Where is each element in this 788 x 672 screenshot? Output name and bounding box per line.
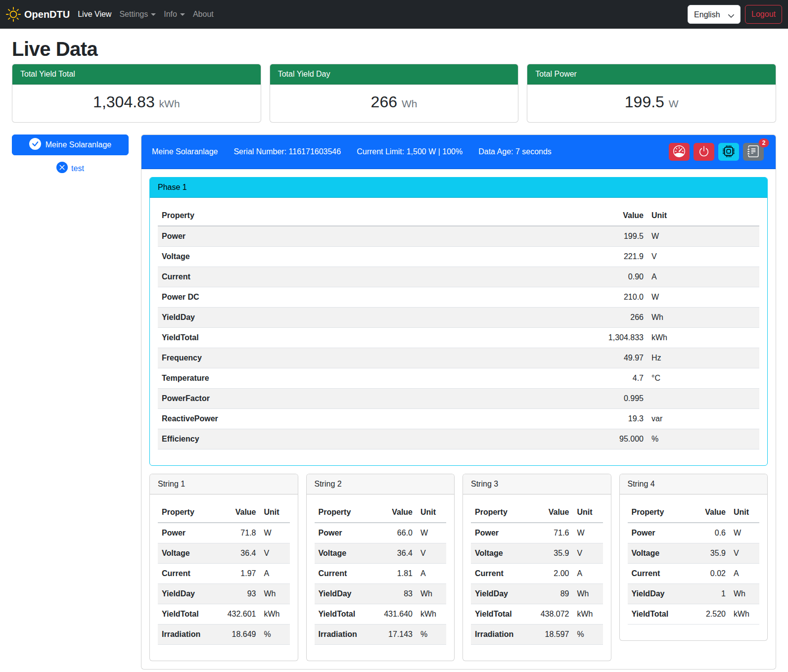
- string-card-header: String 2: [307, 474, 455, 494]
- inverter-select-button-test[interactable]: test: [56, 162, 84, 175]
- cell-property: Irradiation: [158, 625, 218, 645]
- inverter-card-header: Meine Solaranlage Serial Number: 1161716…: [141, 135, 776, 169]
- cell-unit: V: [417, 543, 446, 564]
- cell-unit: kWh: [260, 604, 290, 625]
- total-value: 266: [371, 93, 397, 111]
- column-header-unit: Unit: [648, 206, 759, 226]
- cell-unit: W: [417, 523, 446, 543]
- cell-unit: V: [573, 543, 603, 564]
- nav-item-info[interactable]: Info: [160, 4, 189, 24]
- phase-card-body: Property Value Unit Power199.5WVoltage22…: [150, 198, 767, 465]
- string-4-card: String 4 Property Value Unit: [619, 474, 768, 641]
- column-header-value: Value: [374, 502, 417, 523]
- cpu-icon: [723, 145, 735, 159]
- cell-value: 95.000: [588, 429, 648, 449]
- power-icon: [698, 145, 710, 159]
- cell-property: Efficiency: [158, 429, 588, 449]
- cell-value: 18.649: [218, 625, 260, 645]
- cell-value: 431.640: [374, 604, 417, 625]
- table-row: Irradiation18.649%: [158, 625, 290, 645]
- string-2-table: Property Value Unit Power66.0WVoltage36.…: [315, 502, 447, 645]
- nav-item-about[interactable]: About: [189, 4, 218, 24]
- cell-property: YieldDay: [158, 308, 588, 328]
- logout-button[interactable]: Logout: [745, 5, 782, 24]
- cell-unit: Wh: [260, 584, 290, 604]
- cell-unit: W: [648, 226, 759, 247]
- cell-unit: A: [573, 564, 603, 584]
- cell-unit: W: [730, 523, 759, 543]
- total-unit: Wh: [402, 98, 417, 109]
- nav-item-settings[interactable]: Settings: [115, 4, 160, 24]
- total-value: 199.5: [625, 93, 664, 111]
- table-header-row: Property Value Unit: [158, 206, 759, 226]
- page-title: Live Data: [12, 37, 776, 61]
- cell-unit: kWh: [648, 328, 759, 348]
- cell-value: 0.90: [588, 267, 648, 287]
- main-nav: Live View Settings Info About: [74, 4, 218, 24]
- cell-property: YieldDay: [158, 584, 218, 604]
- table-header-row: Property Value Unit: [471, 502, 603, 523]
- string-1-table: Property Value Unit Power71.8WVoltage36.…: [158, 502, 290, 645]
- cell-unit: [648, 389, 759, 409]
- cell-unit: %: [573, 625, 603, 645]
- cell-unit: V: [730, 543, 759, 564]
- cell-unit: W: [648, 287, 759, 308]
- cell-value: 1.97: [218, 564, 260, 584]
- cell-unit: A: [260, 564, 290, 584]
- language-select[interactable]: English: [688, 5, 741, 24]
- cell-value: 66.0: [374, 523, 417, 543]
- inverter-data-age: Data Age: 7 seconds: [478, 146, 552, 158]
- cell-property: Voltage: [471, 543, 531, 564]
- table-row: Current1.97A: [158, 564, 290, 584]
- cell-property: Voltage: [628, 543, 688, 564]
- string-card-header: String 4: [620, 474, 768, 494]
- cell-property: Power: [471, 523, 531, 543]
- string-card-body: Property Value Unit Power66.0WVoltage36.…: [307, 494, 455, 661]
- string-1-card: String 1 Property Value Unit: [149, 474, 298, 661]
- event-count-badge: 2: [759, 138, 769, 147]
- table-row: YieldTotal2.520kWh: [628, 604, 760, 625]
- phase-card: Phase 1 Property Value Unit: [149, 177, 768, 466]
- event-log-button[interactable]: 2: [743, 143, 764, 161]
- inverter-select-button-selected[interactable]: Meine Solaranlage: [12, 134, 129, 155]
- table-row: YieldDay93Wh: [158, 584, 290, 604]
- cell-property: Frequency: [158, 348, 588, 368]
- device-info-button[interactable]: [718, 143, 739, 161]
- cell-value: 93: [218, 584, 260, 604]
- totals-row: Total Yield Total 1,304.83 kWh Total Yie…: [12, 64, 776, 123]
- cell-property: YieldTotal: [471, 604, 531, 625]
- cell-property: Irradiation: [471, 625, 531, 645]
- total-yield-day-card: Total Yield Day 266 Wh: [270, 64, 519, 123]
- table-row: YieldDay1Wh: [628, 584, 760, 604]
- cell-value: 17.143: [374, 625, 417, 645]
- string-3-table: Property Value Unit Power71.6WVoltage35.…: [471, 502, 603, 645]
- cell-property: Power: [158, 523, 218, 543]
- nav-item-live-view[interactable]: Live View: [74, 4, 115, 24]
- cell-property: Voltage: [315, 543, 375, 564]
- table-row: Current2.00A: [471, 564, 603, 584]
- brand[interactable]: OpenDTU: [6, 7, 70, 22]
- table-row: YieldTotal432.601kWh: [158, 604, 290, 625]
- dropdown-caret-icon: [151, 13, 156, 16]
- cell-unit: %: [648, 429, 759, 449]
- cell-unit: °C: [648, 368, 759, 389]
- column-header-value: Value: [218, 502, 260, 523]
- cell-value: 1.81: [374, 564, 417, 584]
- cell-unit: Hz: [648, 348, 759, 368]
- limit-settings-button[interactable]: [669, 143, 690, 161]
- cell-property: Current: [471, 564, 531, 584]
- dropdown-caret-icon: [180, 13, 185, 16]
- cell-property: Power: [158, 226, 588, 247]
- cell-unit: W: [260, 523, 290, 543]
- total-card-header: Total Power: [527, 64, 776, 85]
- table-row: YieldDay83Wh: [315, 584, 447, 604]
- column-header-unit: Unit: [730, 502, 759, 523]
- string-4-table: Property Value Unit Power0.6WVoltage35.9…: [628, 502, 760, 625]
- power-settings-button[interactable]: [694, 143, 714, 161]
- phase-card-header: Phase 1: [150, 178, 767, 198]
- cell-unit: W: [573, 523, 603, 543]
- string-card-header: String 1: [150, 474, 298, 494]
- column-header-property: Property: [628, 502, 688, 523]
- cell-value: 438.072: [531, 604, 573, 625]
- cell-unit: %: [417, 625, 446, 645]
